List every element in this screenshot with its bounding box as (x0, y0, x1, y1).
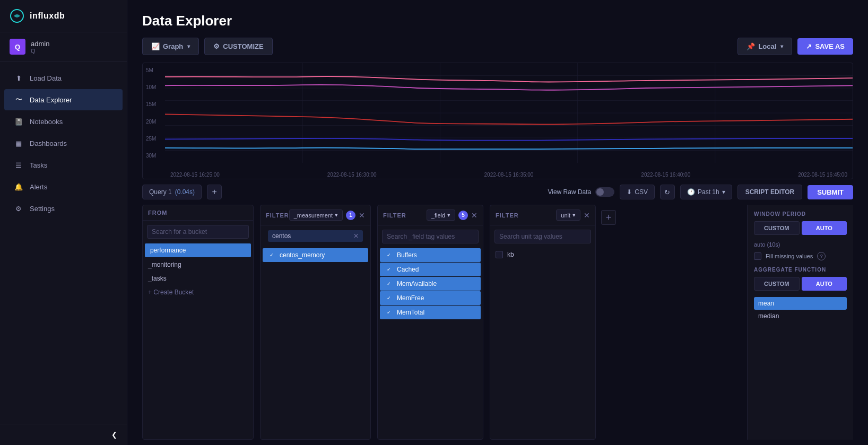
dashboards-icon: ▦ (14, 138, 23, 148)
filter-field-header: Filter _field ▾ 5 ✕ (378, 205, 483, 225)
query-tab-label: Query 1 (149, 188, 172, 196)
sidebar-item-dashboards[interactable]: ▦ Dashboards (4, 133, 123, 154)
unit-dropdown[interactable]: unit ▾ (556, 210, 580, 221)
field-memavailable[interactable]: ✓ MemAvailable (380, 277, 481, 291)
agg-auto-button[interactable]: AUTO (802, 277, 847, 291)
notebooks-icon: 📓 (14, 117, 23, 126)
refresh-button[interactable]: ↻ (660, 185, 675, 199)
main-header: Data Explorer (127, 0, 868, 38)
graph-y-labels: 30M 25M 20M 15M 10M 5M (143, 63, 165, 163)
plus-icon: + (212, 187, 216, 197)
bucket-item-tasks[interactable]: _tasks (143, 272, 253, 285)
query-add-button[interactable]: + (207, 185, 222, 199)
add-filter-button[interactable]: + (601, 210, 616, 225)
window-custom-button[interactable]: CUSTOM (754, 221, 800, 235)
sidebar-item-notebooks[interactable]: 📓 Notebooks (4, 111, 123, 132)
bucket-item-monitoring[interactable]: _monitoring (143, 258, 253, 272)
filter-unit-title: Filter (496, 212, 519, 219)
field-cached[interactable]: ✓ Cached (380, 263, 481, 276)
field-buffers[interactable]: ✓ Buffers (380, 248, 481, 262)
measurement-filter-close[interactable]: ✕ (359, 211, 365, 220)
measurement-dropdown[interactable]: _measurement ▾ (289, 210, 343, 221)
fill-missing-help[interactable]: ? (817, 252, 826, 260)
graph-dropdown-arrow: ▾ (187, 43, 190, 49)
sidebar-nav: ⬆ Load Data 〜 Data Explorer 📓 Notebooks … (0, 62, 127, 424)
past-button[interactable]: 🕐 Past 1h ▾ (680, 185, 732, 199)
function-median[interactable]: median (754, 310, 847, 322)
filter-unit-header: Filter unit ▾ ✕ (490, 205, 595, 225)
centos-memory-checkbox: ✓ (268, 251, 275, 259)
save-icon: ↗ (806, 42, 812, 50)
agg-custom-button[interactable]: CUSTOM (754, 277, 800, 291)
filter-field-items: ✓ Buffers ✓ Cached ✓ MemAvailable ✓ MemF… (378, 246, 483, 439)
from-panel: FROM performance _monitoring _tasks + Cr… (142, 205, 254, 440)
query-tab-time: (0.04s) (175, 188, 195, 196)
username: admin (31, 40, 49, 48)
aggregate-function-buttons: CUSTOM AUTO (754, 277, 847, 291)
user-info: Q admin Q (0, 32, 127, 62)
field-search-input[interactable] (382, 230, 479, 243)
function-mean[interactable]: mean (754, 297, 847, 310)
local-dropdown-arrow: ▾ (780, 43, 783, 49)
create-bucket-item[interactable]: + Create Bucket (143, 285, 253, 299)
memfree-checkbox: ✓ (385, 294, 393, 302)
filter-measurement-title: Filter (266, 212, 289, 219)
sidebar-item-data-explorer[interactable]: 〜 Data Explorer (4, 89, 123, 110)
graph-svg (165, 63, 853, 163)
field-filter-close[interactable]: ✕ (471, 211, 478, 220)
unit-search-input[interactable] (494, 230, 591, 243)
measurement-tag-remove[interactable]: ✕ (353, 232, 359, 240)
toggle-knob (596, 188, 604, 196)
graph-icon: 📈 (151, 42, 160, 50)
sidebar-item-settings[interactable]: ⚙ Settings (4, 198, 123, 219)
pin-icon: 📌 (747, 42, 755, 50)
download-icon: ⬇ (627, 188, 632, 196)
customize-button[interactable]: ⚙ CUSTOMIZE (204, 38, 272, 55)
unit-filter-close[interactable]: ✕ (584, 211, 590, 220)
sidebar-item-alerts[interactable]: 🔔 Alerts (4, 176, 123, 197)
fill-missing-checkbox[interactable] (754, 252, 761, 260)
toolbar: 📈 Graph ▾ ⚙ CUSTOMIZE 📌 Local ▾ ↗ SAVE A… (127, 38, 868, 63)
graph-canvas (165, 63, 853, 163)
sidebar-collapse[interactable]: ❮ (0, 424, 127, 445)
script-editor-button[interactable]: SCRIPT EDITOR (737, 185, 802, 199)
tasks-icon: ☰ (14, 160, 23, 170)
influxdb-logo-icon (10, 8, 24, 23)
right-panel: WINDOW PERIOD CUSTOM AUTO auto (10s) Fil… (747, 205, 853, 440)
window-period-buttons: CUSTOM AUTO (754, 221, 847, 235)
sidebar-item-label: Data Explorer (30, 96, 72, 104)
page-title: Data Explorer (142, 13, 853, 29)
bucket-search-input[interactable] (147, 225, 249, 239)
window-auto-button[interactable]: AUTO (802, 221, 847, 235)
graph-button[interactable]: 📈 Graph ▾ (142, 38, 199, 55)
gear-icon: ⚙ (213, 42, 220, 50)
toolbar-right: 📌 Local ▾ ↗ SAVE AS (737, 38, 853, 55)
field-dropdown[interactable]: _field ▾ (427, 210, 455, 221)
sidebar-item-tasks[interactable]: ☰ Tasks (4, 154, 123, 176)
bucket-item-performance[interactable]: performance (145, 243, 251, 257)
view-raw-toggle-switch[interactable] (595, 187, 614, 197)
save-as-button[interactable]: ↗ SAVE AS (797, 38, 853, 55)
memtotal-checkbox: ✓ (385, 309, 393, 316)
sidebar-item-label: Tasks (30, 161, 47, 169)
centos-memory-item[interactable]: ✓ centos_memory (263, 248, 368, 262)
alerts-icon: 🔔 (14, 182, 23, 191)
graph-x-labels: 2022-08-15 16:25:00 2022-08-15 16:30:00 … (165, 172, 853, 178)
csv-button[interactable]: ⬇ CSV (620, 185, 655, 199)
from-panel-search (143, 221, 253, 241)
query-tab[interactable]: Query 1 (0.04s) (142, 185, 202, 199)
unit-kb-item[interactable]: kb (490, 248, 595, 261)
from-panel-title: FROM (148, 210, 167, 216)
field-memfree[interactable]: ✓ MemFree (380, 291, 481, 305)
fill-missing-label: Fill missing values (766, 253, 813, 259)
field-memtotal[interactable]: ✓ MemTotal (380, 306, 481, 319)
buffers-checkbox: ✓ (385, 251, 393, 259)
sidebar-logo: influxdb (0, 0, 127, 32)
filter-unit-search (490, 225, 595, 246)
query-mid: View Raw Data ⬇ CSV ↻ 🕐 Past 1h ▾ SCRIPT… (227, 185, 853, 199)
submit-button[interactable]: SUBMIT (808, 185, 853, 199)
local-button[interactable]: 📌 Local ▾ (737, 38, 792, 55)
sidebar-item-load-data[interactable]: ⬆ Load Data (4, 67, 123, 89)
sidebar-item-label: Load Data (30, 74, 62, 82)
view-raw-toggle: View Raw Data (548, 187, 614, 197)
